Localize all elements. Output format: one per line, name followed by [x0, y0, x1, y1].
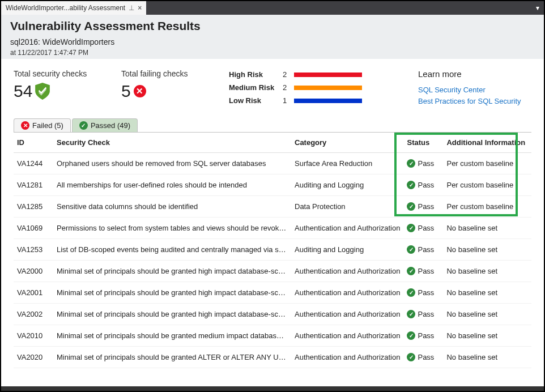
learn-more-heading: Learn more	[418, 69, 531, 79]
cell-id: VA2001	[14, 282, 53, 304]
cell-category: Authentication and Authorization	[291, 282, 403, 304]
tab-failed[interactable]: ✕ Failed (5)	[14, 118, 71, 132]
cell-additional-info: No baseline set	[443, 239, 531, 261]
col-info[interactable]: Additional Information	[443, 133, 531, 153]
risk-name: Low Risk	[229, 96, 277, 105]
risk-bar	[294, 86, 362, 90]
summary-row: Total security checks 54 Total failing c…	[1, 59, 544, 117]
total-checks-label: Total security checks	[14, 69, 104, 78]
table-row[interactable]: VA1281All memberships for user-defined r…	[14, 174, 531, 196]
check-icon: ✓	[79, 121, 88, 130]
risk-bar	[294, 99, 362, 103]
cell-security-check: Orphaned users should be removed from SQ…	[53, 153, 291, 174]
cell-id: VA1244	[14, 153, 53, 174]
cell-id: VA2000	[14, 261, 53, 282]
title-bar: WideWorldImporter...ability Assessment ⊥…	[1, 1, 544, 15]
total-security-checks: Total security checks 54	[14, 69, 104, 109]
shield-icon	[35, 83, 50, 100]
total-failing-checks: Total failing checks 5 ✕	[121, 69, 212, 109]
table-row[interactable]: VA1253List of DB-scoped events being aud…	[14, 239, 531, 261]
check-icon: ✓	[407, 310, 415, 318]
failing-checks-label: Total failing checks	[121, 69, 212, 78]
cell-security-check: Minimal set of principals should be gran…	[53, 347, 291, 368]
cell-additional-info: No baseline set	[443, 261, 531, 282]
cell-status: ✓Pass	[403, 218, 443, 239]
cell-additional-info: No baseline set	[443, 347, 531, 368]
check-icon: ✓	[407, 331, 415, 340]
col-id[interactable]: ID	[14, 133, 53, 153]
cell-security-check: Sensitive data columns should be identif…	[53, 196, 291, 218]
check-icon: ✓	[407, 159, 415, 168]
risk-row: Low Risk1	[229, 96, 362, 105]
cell-additional-info: No baseline set	[443, 304, 531, 325]
close-icon[interactable]: ×	[138, 4, 142, 12]
cell-category: Authentication and Authorization	[291, 304, 403, 325]
pin-icon[interactable]: ⊥	[129, 4, 134, 12]
cell-security-check: Permissions to select from system tables…	[53, 218, 291, 239]
failing-checks-value: 5	[121, 82, 131, 101]
cell-id: VA2010	[14, 325, 53, 347]
cell-category: Authentication and Authorization	[291, 347, 403, 368]
cell-status: ✓Pass	[403, 239, 443, 261]
cell-additional-info: Per custom baseline	[443, 196, 531, 218]
cell-additional-info: Per custom baseline	[443, 174, 531, 196]
risk-count: 2	[283, 83, 288, 92]
cell-category: Authentication and Authorization	[291, 218, 403, 239]
cell-category: Authentication and Authorization	[291, 261, 403, 282]
learn-more-link[interactable]: Best Practices for SQL Security	[418, 96, 531, 107]
col-status[interactable]: Status	[403, 133, 443, 153]
risk-count: 2	[283, 70, 288, 79]
cell-category: Authentication and Authorization	[291, 325, 403, 347]
risk-row: Medium Risk2	[229, 83, 362, 92]
table-row[interactable]: VA1244Orphaned users should be removed f…	[14, 153, 531, 174]
total-checks-value: 54	[14, 82, 32, 101]
titlebar-dropdown[interactable]: ▾	[536, 1, 544, 15]
learn-more-link[interactable]: SQL Security Center	[418, 84, 531, 96]
cell-category: Auditing and Logging	[291, 174, 403, 196]
table-row[interactable]: VA2020Minimal set of principals should b…	[14, 347, 531, 368]
table-row[interactable]: VA2000Minimal set of principals should b…	[14, 261, 531, 282]
cell-status: ✓Pass	[403, 325, 443, 347]
cell-id: VA1281	[14, 174, 53, 196]
tab-passed[interactable]: ✓ Passed (49)	[72, 118, 138, 132]
scan-timestamp: at 11/22/2017 1:47:47 PM	[10, 49, 535, 57]
cell-security-check: Minimal set of principals should be gran…	[53, 325, 291, 347]
table-row[interactable]: VA1285Sensitive data columns should be i…	[14, 196, 531, 218]
tab-failed-label: Failed (5)	[32, 121, 63, 130]
cell-security-check: Minimal set of principals should be gran…	[53, 261, 291, 282]
cell-security-check: Minimal set of principals should be gran…	[53, 282, 291, 304]
table-row[interactable]: VA1069Permissions to select from system …	[14, 218, 531, 239]
cell-status: ✓Pass	[403, 304, 443, 325]
results-table-wrap: ID Security Check Category Status Additi…	[1, 133, 544, 374]
results-header: Vulnerability Assessment Results sql2016…	[1, 15, 544, 59]
cell-status: ✓Pass	[403, 196, 443, 218]
fail-icon: ✕	[134, 85, 146, 97]
document-tab-label: WideWorldImporter...ability Assessment	[6, 4, 125, 12]
status-bar	[1, 386, 544, 391]
risk-breakdown: High Risk2Medium Risk2Low Risk1	[229, 69, 362, 109]
check-icon: ✓	[407, 245, 415, 254]
tab-passed-label: Passed (49)	[91, 121, 130, 130]
cell-additional-info: No baseline set	[443, 282, 531, 304]
check-icon: ✓	[407, 353, 415, 361]
cell-security-check: List of DB-scoped events being audited a…	[53, 239, 291, 261]
cell-additional-info: Per custom baseline	[443, 153, 531, 174]
document-tab[interactable]: WideWorldImporter...ability Assessment ⊥…	[1, 1, 146, 15]
col-category[interactable]: Category	[291, 133, 403, 153]
table-row[interactable]: VA2010Minimal set of principals should b…	[14, 325, 531, 347]
risk-name: High Risk	[229, 70, 277, 79]
col-check[interactable]: Security Check	[53, 133, 291, 153]
check-icon: ✓	[407, 267, 415, 275]
cell-additional-info: No baseline set	[443, 325, 531, 347]
check-icon: ✓	[407, 288, 415, 297]
table-header-row: ID Security Check Category Status Additi…	[14, 133, 531, 153]
cell-category: Data Protection	[291, 196, 403, 218]
cell-id: VA1069	[14, 218, 53, 239]
table-row[interactable]: VA2001Minimal set of principals should b…	[14, 282, 531, 304]
cell-status: ✓Pass	[403, 261, 443, 282]
learn-more-panel: Learn more SQL Security Center Best Prac…	[418, 69, 531, 109]
risk-bar	[294, 73, 362, 77]
table-row[interactable]: VA2002Minimal set of principals should b…	[14, 304, 531, 325]
page-title: Vulnerability Assessment Results	[10, 19, 535, 33]
check-icon: ✓	[407, 181, 415, 189]
